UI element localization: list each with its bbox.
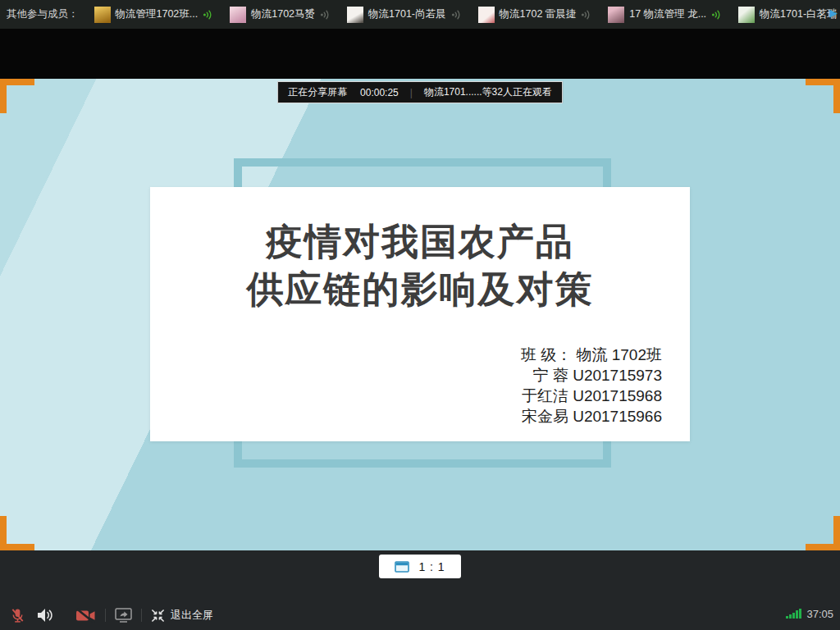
participant-name: 物流1701-白茗瑞 [760,7,837,21]
share-screen-button[interactable] [115,608,132,623]
participant-avatar [738,7,755,23]
slide-info-line: 宁 蓉 U201715973 [521,365,662,386]
slide-info-line: 班 级： 物流 1702班 [521,345,662,365]
signal-bars-icon [785,609,801,621]
microphone-muted-button[interactable] [10,607,25,624]
audio-waves-icon [451,9,463,21]
audio-waves-icon [320,9,331,21]
share-corner-marker [0,516,34,550]
aspect-ratio-label: 1 : 1 [418,560,445,573]
participant-item[interactable]: 物流管理1702班... [94,7,215,23]
slide-authors-block: 班 级： 物流 1702班 宁 蓉 U201715973 于红洁 U201715… [521,345,662,427]
slide-title-line1: 疫情对我国农产品 [150,218,690,266]
participant-name: 物流1701-尚若晨 [368,7,445,21]
participant-avatar [608,7,624,23]
viewers-count-text: 物流1701......等32人正在观看 [424,85,552,99]
participant-avatar [478,7,495,23]
more-participants-arrow-icon[interactable]: ▶ [829,7,838,18]
status-divider: | [410,87,413,98]
exit-fullscreen-button[interactable]: 退出全屏 [151,608,213,623]
speaker-button[interactable] [36,607,54,623]
shared-screen-area: 正在分享屏幕 00:00:25 | 物流1701......等32人正在观看 疫… [0,79,840,550]
share-corner-marker [806,516,840,550]
camera-off-icon [75,608,96,623]
slide-info-line: 于红洁 U201715968 [521,386,662,406]
share-corner-marker [0,79,34,113]
media-toolbar: 退出全屏 [10,605,213,626]
sharing-elapsed-time: 00:00:25 [360,87,399,98]
participant-item[interactable]: 物流1701-白茗瑞 [738,7,840,23]
participant-item[interactable]: 17 物流管理 龙... [608,7,723,23]
slide-title: 疫情对我国农产品 供应链的影响及对策 [150,218,690,313]
participant-name: 物流管理1702班... [116,7,199,21]
participant-name: 物流1702 雷晨捷 [500,7,577,21]
participant-item[interactable]: 物流1702马赟 [230,7,331,23]
mic-muted-icon [10,607,25,624]
slide-info-line: 宋金易 U201715966 [521,406,662,427]
speaker-icon [36,607,54,623]
participant-item[interactable]: 物流1702 雷晨捷 [478,7,593,23]
aspect-ratio-monitor-icon [395,561,409,573]
participants-bar: 其他参与成员： 物流管理1702班... 物流1702马赟 物流1701-尚若晨… [0,0,840,29]
meeting-window: 其他参与成员： 物流管理1702班... 物流1702马赟 物流1701-尚若晨… [0,0,840,630]
participants-bar-label: 其他参与成员： [7,7,79,21]
participant-name: 物流1702马赟 [251,7,315,21]
slide-card: 疫情对我国农产品 供应链的影响及对策 班 级： 物流 1702班 宁 蓉 U20… [150,187,690,441]
participant-name: 17 物流管理 龙... [629,7,706,21]
participant-avatar [347,7,363,23]
participant-avatar [94,7,111,23]
share-screen-icon [115,608,132,623]
toolbar-divider [141,609,142,622]
camera-off-button[interactable] [75,608,96,623]
participant-avatar [230,7,246,23]
slide-title-line2: 供应链的影响及对策 [150,266,690,313]
audio-waves-icon [711,9,723,21]
share-corner-marker [806,79,840,113]
bottom-control-bar: 1 : 1 [0,550,840,630]
audio-waves-icon [581,9,592,21]
exit-fullscreen-label: 退出全屏 [171,608,213,623]
toolbar-divider [105,609,106,622]
audio-waves-icon [203,9,214,21]
sharing-status-label: 正在分享屏幕 [288,85,347,99]
exit-fullscreen-icon [151,609,165,623]
aspect-ratio-button[interactable]: 1 : 1 [379,555,461,578]
meeting-timer: 37:05 [806,607,833,621]
connection-status: 37:05 [785,607,833,621]
sharing-status-bar: 正在分享屏幕 00:00:25 | 物流1701......等32人正在观看 [277,81,563,103]
participant-item[interactable]: 物流1701-尚若晨 [347,7,462,23]
